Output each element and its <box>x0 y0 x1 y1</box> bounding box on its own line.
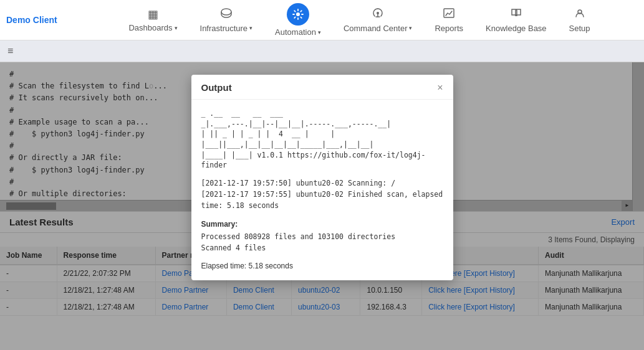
modal-elapsed: Elapsed time: 5.18 seconds <box>201 260 443 272</box>
modal-body: _ .__ __ __ ___ _|.___,---.|__|--|__|__|… <box>191 100 453 280</box>
nav-item-knowledge-base[interactable]: Knowledge Base <box>474 2 558 38</box>
nav-item-automation[interactable]: Automation ▾ <box>264 0 332 42</box>
svg-point-1 <box>296 12 300 16</box>
command-center-chevron: ▾ <box>409 25 412 31</box>
summary-line-1: Processed 808928 files and 103100 direct… <box>201 232 443 243</box>
toolbar-row: ≡ <box>0 40 644 62</box>
log-line-2: [2021-12-17 19:57:55] ubuntu20-02 Finish… <box>201 189 443 212</box>
reports-label: Reports <box>435 24 463 33</box>
main-content: # # Scan the filesystem to find Lo... # … <box>0 62 644 350</box>
infrastructure-icon <box>220 7 233 22</box>
top-navigation: Demo Client ▦ Dashboards ▾ Infrastructur… <box>0 0 644 40</box>
modal-title: Output <box>201 82 232 93</box>
dashboards-chevron: ▾ <box>175 25 178 31</box>
dashboards-icon: ▦ <box>148 7 158 21</box>
command-center-label: Command Center <box>344 24 408 33</box>
modal-close-button[interactable]: × <box>437 83 443 93</box>
modal-log: [2021-12-17 19:57:50] ubuntu20-02 Scanni… <box>201 178 443 211</box>
nav-items: ▦ Dashboards ▾ Infrastructure ▾ <box>81 0 638 42</box>
nav-item-reports[interactable]: Reports <box>423 2 474 38</box>
hamburger-icon[interactable]: ≡ <box>7 45 13 57</box>
setup-icon <box>574 7 586 22</box>
automation-icon <box>287 3 309 26</box>
modal-header: Output × <box>191 75 453 100</box>
command-center-icon <box>372 7 384 22</box>
reports-icon <box>443 7 455 22</box>
automation-label: Automation <box>275 27 316 37</box>
modal-summary: Summary: Processed 808928 files and 1031… <box>201 219 443 253</box>
knowledge-base-label: Knowledge Base <box>486 24 547 33</box>
knowledge-base-icon <box>510 7 522 22</box>
svg-point-0 <box>221 9 231 15</box>
svg-rect-3 <box>444 9 454 17</box>
brand-label[interactable]: Demo Client <box>6 15 69 25</box>
nav-item-setup[interactable]: Setup <box>558 2 602 38</box>
modal-summary-title: Summary: <box>201 219 443 230</box>
nav-item-command-center[interactable]: Command Center ▾ <box>332 2 424 38</box>
nav-item-infrastructure[interactable]: Infrastructure ▾ <box>189 2 264 38</box>
summary-line-2: Scanned 4 files <box>201 243 443 254</box>
infrastructure-label: Infrastructure <box>200 24 248 33</box>
modal-overlay: Output × _ .__ __ __ ___ _|.___,---.|__|… <box>0 62 644 350</box>
nav-item-dashboards[interactable]: ▦ Dashboards ▾ <box>117 2 188 37</box>
modal-ascii-art: _ .__ __ __ ___ _|.___,---.|__|--|__|__|… <box>201 108 443 171</box>
automation-chevron: ▾ <box>318 29 321 35</box>
log-line-1: [2021-12-17 19:57:50] ubuntu20-02 Scanni… <box>201 178 443 189</box>
setup-label: Setup <box>569 24 590 33</box>
output-modal: Output × _ .__ __ __ ___ _|.___,---.|__|… <box>191 75 453 280</box>
dashboards-label: Dashboards <box>128 23 172 32</box>
infrastructure-chevron: ▾ <box>249 25 252 31</box>
